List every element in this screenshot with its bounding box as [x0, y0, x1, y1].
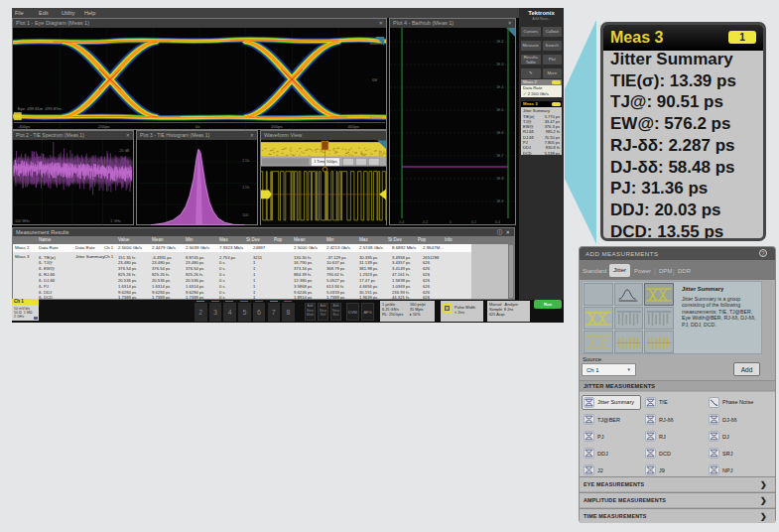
svg-text:-400ps: -400ps: [18, 124, 31, 129]
svg-text:Eye: 499.81m 499.87m: Eye: 499.81m 499.87m: [18, 106, 63, 111]
svg-text:-0.2: -0.2: [422, 220, 428, 224]
svg-text:1 Time 500ps: 1 Time 500ps: [314, 159, 337, 164]
svg-text:200ps: 200ps: [271, 124, 282, 129]
svg-text:1E-4: 1E-4: [496, 85, 504, 89]
svg-text:1E-2: 1E-2: [496, 40, 504, 44]
svg-text:500: 500: [242, 213, 248, 217]
svg-text:100 MHz: 100 MHz: [15, 219, 30, 223]
svg-text:-200ps: -200ps: [97, 124, 110, 129]
svg-text:2.5k: 2.5k: [242, 159, 249, 163]
svg-text:1 GHz: 1 GHz: [110, 219, 121, 223]
svg-text:-20 dB: -20 dB: [118, 149, 129, 153]
svg-text:1E-8: 1E-8: [496, 177, 504, 181]
svg-text:0V: 0V: [372, 77, 377, 82]
svg-text:1E-7: 1E-7: [496, 154, 504, 158]
svg-text:-300mV: -300mV: [367, 115, 382, 120]
svg-text:-0.4: -0.4: [398, 220, 404, 224]
svg-text:0s: 0s: [195, 124, 199, 129]
svg-text:0: 0: [450, 220, 452, 224]
svg-text:1E-9: 1E-9: [496, 200, 504, 203]
svg-text:1E-5: 1E-5: [496, 108, 504, 112]
svg-text:0.4: 0.4: [495, 220, 500, 224]
svg-text:400ps: 400ps: [348, 124, 359, 129]
svg-text:1.5k: 1.5k: [242, 186, 249, 190]
svg-text:0.2: 0.2: [471, 220, 476, 224]
svg-text:1E-6: 1E-6: [496, 131, 504, 135]
svg-text:1E-3: 1E-3: [496, 63, 504, 66]
